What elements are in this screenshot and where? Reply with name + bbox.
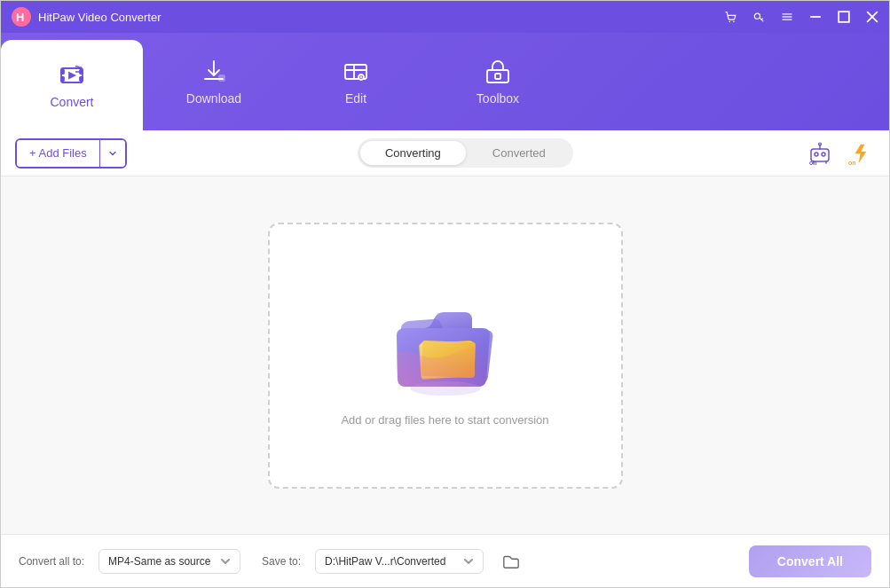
format-value: MP4-Same as source	[108, 555, 210, 568]
toolbar-left: + Add Files	[15, 138, 127, 169]
path-value: D:\HitPaw V...r\Converted	[325, 555, 445, 568]
nav-item-edit[interactable]: Edit	[285, 33, 427, 130]
svg-text:H: H	[16, 11, 24, 24]
svg-text:on: on	[848, 160, 856, 166]
format-selector[interactable]: MP4-Same as source	[98, 549, 240, 574]
svg-point-24	[822, 153, 825, 156]
add-files-button-group: + Add Files	[15, 138, 127, 169]
nav-bar: Convert Download Edit Toolbox	[1, 33, 889, 130]
drop-zone[interactable]: Add or drag files here to start conversi…	[268, 223, 623, 489]
svg-rect-9	[839, 12, 849, 22]
svg-rect-14	[61, 77, 64, 81]
title-bar-left: H HitPaw Video Converter	[12, 7, 161, 27]
convert-all-to-label: Convert all to:	[19, 555, 84, 568]
close-button[interactable]	[866, 11, 878, 23]
convert-all-button[interactable]: Convert All	[749, 545, 871, 577]
ai-robot-button[interactable]: on	[804, 137, 836, 169]
browse-folder-button[interactable]	[498, 548, 524, 575]
nav-label-toolbox: Toolbox	[477, 91, 519, 106]
add-files-label: + Add Files	[29, 146, 87, 160]
lightning-button[interactable]: on	[843, 137, 875, 169]
nav-label-convert: Convert	[50, 95, 93, 109]
tab-converting[interactable]: Converting	[360, 141, 466, 165]
minimize-button[interactable]	[809, 11, 822, 23]
toolbar-right: on on	[804, 137, 875, 169]
nav-item-toolbox[interactable]: Toolbox	[427, 33, 569, 130]
nav-label-download: Download	[186, 91, 241, 106]
svg-point-4	[754, 13, 760, 19]
app-title: HitPaw Video Converter	[38, 11, 161, 24]
add-files-dropdown-button[interactable]	[100, 140, 125, 167]
nav-label-edit: Edit	[345, 91, 366, 106]
svg-rect-20	[487, 70, 508, 82]
nav-item-download[interactable]: Download	[143, 33, 285, 130]
cart-icon[interactable]	[724, 11, 736, 23]
toolbar: + Add Files Converting Converted	[1, 130, 889, 176]
save-to-label: Save to:	[262, 555, 301, 568]
svg-point-3	[733, 21, 735, 23]
add-files-main-button[interactable]: + Add Files	[17, 140, 100, 167]
main-content: Add or drag files here to start conversi…	[1, 176, 889, 534]
tab-converted[interactable]: Converted	[468, 141, 571, 165]
svg-rect-21	[495, 74, 500, 79]
bottom-bar: Convert all to: MP4-Same as source Save …	[1, 534, 889, 587]
svg-text:on: on	[809, 160, 817, 166]
tabs-container: Converting Converted	[358, 138, 573, 168]
svg-rect-16	[80, 77, 83, 81]
svg-rect-17	[219, 75, 224, 81]
maximize-button[interactable]	[838, 11, 850, 23]
menu-icon[interactable]	[781, 11, 793, 23]
svg-point-23	[815, 153, 818, 156]
nav-item-convert[interactable]: Convert	[1, 40, 143, 130]
app-logo: H	[12, 7, 31, 27]
title-bar: H HitPaw Video Converter	[1, 1, 889, 33]
key-icon[interactable]	[752, 11, 765, 23]
folder-illustration	[383, 284, 508, 399]
drop-zone-text: Add or drag files here to start conversi…	[341, 413, 548, 427]
svg-point-2	[729, 21, 730, 23]
title-bar-icons	[724, 11, 878, 23]
save-path-selector[interactable]: D:\HitPaw V...r\Converted	[315, 549, 484, 574]
svg-rect-13	[61, 70, 64, 74]
